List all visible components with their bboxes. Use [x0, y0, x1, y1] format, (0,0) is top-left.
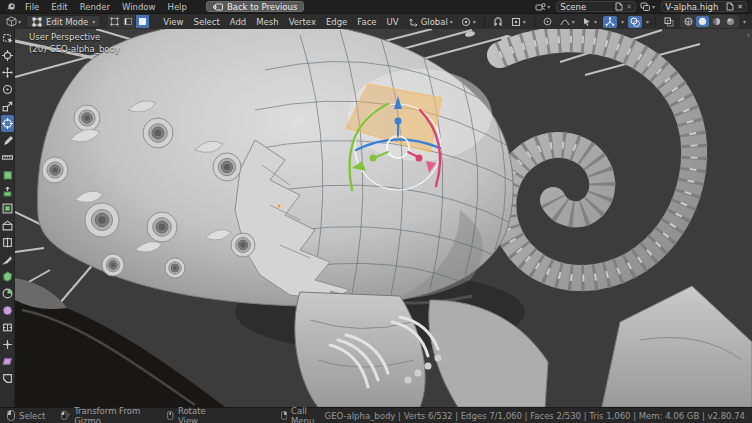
menu-window[interactable]: Window — [117, 2, 161, 12]
dark-claw-arm — [15, 295, 225, 407]
tool-edge-slide[interactable] — [1, 319, 14, 336]
back-screen-icon — [213, 3, 223, 11]
view-perspective-label: User Perspective — [29, 31, 120, 43]
editor-type-button[interactable]: ▾ — [4, 16, 23, 27]
menu-add[interactable]: Add — [225, 17, 251, 27]
orientation-label: Global — [421, 17, 448, 27]
tool-knife[interactable] — [1, 251, 14, 268]
tool-transform[interactable] — [1, 115, 14, 132]
viewport-menus: View Select Add Mesh Vertex Edge Face UV — [158, 17, 403, 27]
tool-shelf — [0, 29, 15, 407]
pivot-point-icon — [461, 17, 471, 27]
menu-help[interactable]: Help — [162, 2, 191, 12]
tool-loop-cut[interactable] — [1, 234, 14, 251]
chevron-down-icon: ▾ — [92, 18, 95, 25]
unlink-scene-icon[interactable]: ✕ — [626, 3, 632, 11]
view-layer-selector-button[interactable]: ▾ — [638, 2, 657, 12]
gizmos-toggle-button[interactable] — [603, 16, 617, 28]
vertex-select-button[interactable] — [108, 15, 122, 28]
tool-cursor[interactable] — [1, 47, 14, 64]
overlays-toggle-button[interactable] — [628, 16, 642, 28]
magnet-icon — [493, 17, 503, 27]
proportional-falloff-dropdown[interactable]: ▾ — [558, 16, 577, 27]
tool-move[interactable] — [1, 64, 14, 81]
menu-select[interactable]: Select — [189, 17, 225, 27]
scene-selector-button[interactable]: ▾ — [533, 2, 552, 12]
menu-edit[interactable]: Edit — [46, 2, 72, 12]
orientation-global-icon — [409, 17, 419, 27]
active-object-label: (20) GEO-alpha_body — [29, 43, 120, 55]
chevron-down-icon: ▾ — [594, 18, 597, 25]
viewport-header: ▾ Edit Mode ▾ View Select Add Mesh Verte… — [0, 13, 752, 29]
proportional-editing-button[interactable] — [541, 16, 554, 27]
menu-file[interactable]: File — [20, 2, 44, 12]
menu-mesh[interactable]: Mesh — [251, 17, 283, 27]
tool-smooth[interactable] — [1, 302, 14, 319]
chevron-down-icon: ▾ — [473, 18, 476, 25]
viewport-3d[interactable]: User Perspective (20) GEO-alpha_body ‹ — [15, 29, 752, 407]
tool-spin[interactable] — [1, 285, 14, 302]
hint-label: Select — [19, 411, 45, 421]
menu-face[interactable]: Face — [352, 17, 381, 27]
scene-name-field[interactable]: Scene ✕ — [556, 1, 636, 12]
blender-window: File Edit Render Window Help Back to Pre… — [0, 0, 752, 423]
tool-annotate[interactable] — [1, 132, 14, 149]
tool-inset-faces[interactable] — [1, 200, 14, 217]
menu-uv[interactable]: UV — [382, 17, 404, 27]
tool-extrude-region[interactable] — [1, 183, 14, 200]
face-select-button[interactable] — [136, 15, 150, 28]
transform-orientation-dropdown[interactable]: Global ▾ — [407, 16, 455, 28]
shading-rendered-button[interactable] — [724, 16, 737, 27]
overlays-dropdown-icon[interactable]: ▾ — [646, 18, 649, 25]
tool-add-cube[interactable] — [1, 166, 14, 183]
tool-rip-region[interactable] — [1, 370, 14, 387]
hint-call-menu: Call Menu — [281, 406, 325, 423]
tool-shear[interactable] — [1, 353, 14, 370]
sidebar-collapse-arrow[interactable]: ‹ — [747, 31, 750, 40]
new-scene-icon[interactable] — [615, 2, 623, 11]
hint-label: Rotate View — [178, 406, 219, 423]
shading-solid-button[interactable] — [696, 16, 709, 27]
gizmos-dropdown-icon[interactable]: ▾ — [621, 18, 624, 25]
viewport-3d-scene[interactable] — [15, 29, 752, 407]
new-view-layer-icon[interactable] — [726, 2, 734, 11]
snap-increment-icon — [511, 17, 521, 27]
menu-render[interactable]: Render — [75, 2, 115, 12]
edge-select-button[interactable] — [122, 15, 136, 28]
view-layer-icon — [640, 2, 651, 12]
tool-scale[interactable] — [1, 98, 14, 115]
shading-wireframe-button[interactable] — [682, 16, 695, 27]
transform-controls: Global ▾ ▾ ▾ ▾ — [407, 16, 577, 28]
snap-target-dropdown[interactable]: ▾ — [509, 16, 528, 28]
chevron-down-icon: ▾ — [523, 18, 526, 25]
creature-legs — [295, 286, 752, 407]
shading-dropdown-icon[interactable]: ▾ — [743, 18, 746, 25]
gizmo-icon — [605, 17, 615, 27]
hint-transform-from-gizmo: Transform From Gizmo — [61, 406, 151, 423]
tool-rotate[interactable] — [1, 81, 14, 98]
tool-select-box[interactable] — [1, 30, 14, 47]
mode-selector[interactable]: Edit Mode ▾ — [26, 15, 101, 28]
tool-shrink-fatten[interactable] — [1, 336, 14, 353]
pivot-point-dropdown[interactable]: ▾ — [459, 16, 478, 28]
tool-measure[interactable] — [1, 149, 14, 166]
menu-vertex[interactable]: Vertex — [284, 17, 321, 27]
view-layer-name-field[interactable]: V-alpha.high ✕ — [661, 1, 747, 12]
xray-toggle-button[interactable] — [662, 16, 676, 28]
snap-toggle-button[interactable] — [491, 16, 505, 28]
right-mouse-icon — [281, 410, 287, 421]
blender-logo-icon[interactable] — [5, 1, 16, 12]
hint-label: Call Menu — [291, 406, 325, 423]
back-to-previous-button[interactable]: Back to Previous — [206, 1, 305, 12]
menu-edge[interactable]: Edge — [321, 17, 352, 27]
chevron-down-icon: ▾ — [547, 3, 550, 10]
menu-view[interactable]: View — [158, 17, 188, 27]
shading-material-button[interactable] — [710, 16, 723, 27]
chevron-down-icon: ▾ — [572, 18, 575, 25]
select-mode-group — [108, 15, 150, 28]
tool-bevel[interactable] — [1, 217, 14, 234]
falloff-smooth-icon — [560, 17, 570, 26]
object-visibility-dropdown[interactable]: ▾ — [580, 16, 599, 27]
tool-poly-build[interactable] — [1, 268, 14, 285]
remove-view-layer-icon[interactable]: ✕ — [737, 3, 743, 11]
